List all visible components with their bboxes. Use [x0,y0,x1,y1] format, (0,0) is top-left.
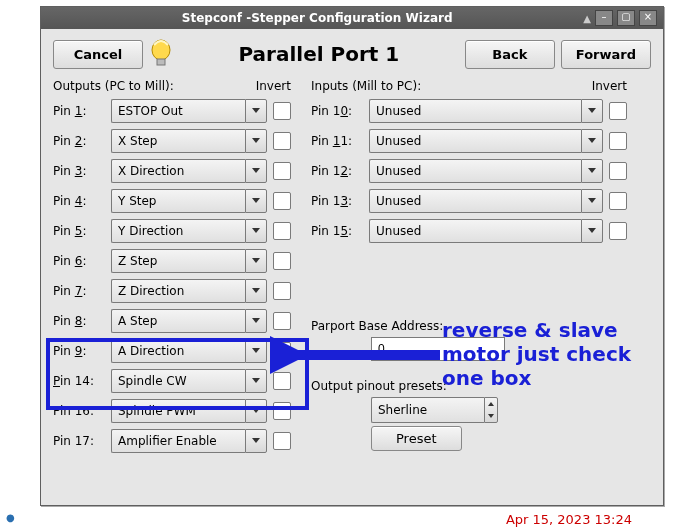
output-pin17-combo[interactable]: Amplifier Enable [111,429,267,453]
forward-button[interactable]: Forward [561,40,651,69]
maximize-button[interactable]: ▢ [617,10,635,26]
inputs-column: Inputs (Mill to PC): Invert Pin 10:Unuse… [311,79,627,453]
output-row-pin8: Pin 8:A Step [53,309,291,333]
output-pin6-combo[interactable]: Z Step [111,249,267,273]
output-row-pin17: Pin 17:Amplifier Enable [53,429,291,453]
output-pin5-label: Pin 5: [53,224,105,238]
output-pin14-label: Pin 14: [53,374,105,388]
chevron-up-icon [485,398,497,410]
output-pin9-value: A Direction [111,339,245,363]
output-pin7-combo[interactable]: Z Direction [111,279,267,303]
output-pin2-invert-checkbox[interactable] [273,132,291,150]
input-pin10-value: Unused [369,99,581,123]
output-pin14-invert-checkbox[interactable] [273,372,291,390]
output-pin16-invert-checkbox[interactable] [273,402,291,420]
input-row-pin12: Pin 12:Unused [311,159,627,183]
parport-address-input[interactable] [371,337,505,361]
output-pin16-value: Spindle PWM [111,399,245,423]
output-pin3-combo[interactable]: X Direction [111,159,267,183]
output-pin5-value: Y Direction [111,219,245,243]
output-pin1-invert-checkbox[interactable] [273,102,291,120]
minimize-button[interactable]: – [595,10,613,26]
input-pin15-combo[interactable]: Unused [369,219,603,243]
chevron-down-icon [581,189,603,213]
input-pin12-value: Unused [369,159,581,183]
chevron-down-icon [581,99,603,123]
chevron-down-icon [245,399,267,423]
input-pin11-combo[interactable]: Unused [369,129,603,153]
input-pin13-invert-checkbox[interactable] [609,192,627,210]
preset-button[interactable]: Preset [371,426,462,451]
back-button[interactable]: Back [465,40,555,69]
output-pin3-value: X Direction [111,159,245,183]
cancel-button[interactable]: Cancel [53,40,143,69]
preset-spinner[interactable] [484,397,498,423]
titlebar-caret-icon: ▲ [583,13,595,24]
output-pin9-label: Pin 9: [53,344,105,358]
input-pin11-value: Unused [369,129,581,153]
output-pin2-label: Pin 2: [53,134,105,148]
output-pin4-invert-checkbox[interactable] [273,192,291,210]
input-pin13-combo[interactable]: Unused [369,189,603,213]
output-pin14-combo[interactable]: Spindle CW [111,369,267,393]
output-pin3-invert-checkbox[interactable] [273,162,291,180]
chevron-down-icon [245,129,267,153]
output-pin14-value: Spindle CW [111,369,245,393]
output-pin5-combo[interactable]: Y Direction [111,219,267,243]
preset-value[interactable]: Sherline [371,397,484,423]
input-pin10-label: Pin 10: [311,104,363,118]
output-pin9-invert-checkbox[interactable] [273,342,291,360]
timestamp: Apr 15, 2023 13:24 [506,512,632,527]
input-pin13-label: Pin 13: [311,194,363,208]
output-pin8-combo[interactable]: A Step [111,309,267,333]
chevron-down-icon [485,410,497,422]
chevron-down-icon [245,279,267,303]
output-pin7-label: Pin 7: [53,284,105,298]
output-row-pin2: Pin 2:X Step [53,129,291,153]
chevron-down-icon [581,159,603,183]
chevron-down-icon [245,99,267,123]
chevron-down-icon [581,219,603,243]
inputs-header: Inputs (Mill to PC): [311,79,421,93]
output-pin16-combo[interactable]: Spindle PWM [111,399,267,423]
input-pin10-invert-checkbox[interactable] [609,102,627,120]
output-row-pin4: Pin 4:Y Step [53,189,291,213]
output-pin5-invert-checkbox[interactable] [273,222,291,240]
output-pin7-invert-checkbox[interactable] [273,282,291,300]
output-row-pin6: Pin 6:Z Step [53,249,291,273]
output-pin9-combo[interactable]: A Direction [111,339,267,363]
output-pin6-invert-checkbox[interactable] [273,252,291,270]
input-pin15-invert-checkbox[interactable] [609,222,627,240]
input-row-pin10: Pin 10:Unused [311,99,627,123]
output-pin8-label: Pin 8: [53,314,105,328]
output-pin1-value: ESTOP Out [111,99,245,123]
output-pin4-label: Pin 4: [53,194,105,208]
output-pin16-label: Pin 16: [53,404,105,418]
input-pin10-combo[interactable]: Unused [369,99,603,123]
titlebar: Stepconf -Stepper Configuration Wizard ▲… [41,7,663,29]
footer-dot-icon: ● [6,512,15,523]
input-pin12-invert-checkbox[interactable] [609,162,627,180]
app-window: Stepconf -Stepper Configuration Wizard ▲… [40,6,664,506]
window-title: Stepconf -Stepper Configuration Wizard [51,11,583,25]
output-row-pin3: Pin 3:X Direction [53,159,291,183]
output-pin8-invert-checkbox[interactable] [273,312,291,330]
preset-label: Output pinout presets: [311,379,627,393]
input-row-pin11: Pin 11:Unused [311,129,627,153]
close-button[interactable]: × [639,10,657,26]
input-pin11-label: Pin 11: [311,134,363,148]
input-pin12-combo[interactable]: Unused [369,159,603,183]
input-row-pin13: Pin 13:Unused [311,189,627,213]
output-pin3-label: Pin 3: [53,164,105,178]
chevron-down-icon [581,129,603,153]
input-pin11-invert-checkbox[interactable] [609,132,627,150]
output-pin17-invert-checkbox[interactable] [273,432,291,450]
output-pin4-combo[interactable]: Y Step [111,189,267,213]
output-pin1-combo[interactable]: ESTOP Out [111,99,267,123]
input-pin15-label: Pin 15: [311,224,363,238]
outputs-header: Outputs (PC to Mill): [53,79,174,93]
chevron-down-icon [245,189,267,213]
output-pin2-combo[interactable]: X Step [111,129,267,153]
chevron-down-icon [245,309,267,333]
page-title: Parallel Port 1 [179,42,459,66]
